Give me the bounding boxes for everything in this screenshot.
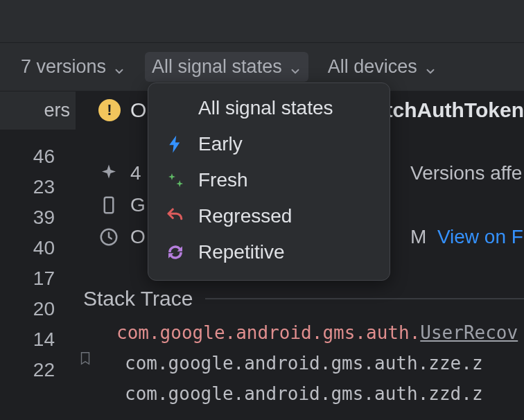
stat-time-right: M View on Fi: [410, 226, 524, 248]
list-count[interactable]: 23: [0, 172, 76, 202]
bookmark-icon[interactable]: [78, 349, 93, 365]
left-header-fragment: ers: [0, 91, 76, 130]
stack-package: com.google.android.gms.auth.: [116, 322, 420, 343]
refresh-icon: [165, 242, 186, 263]
stack-trace-label: Stack Trace: [83, 287, 193, 310]
sparkle-icon: [98, 163, 119, 184]
popup-item-fresh[interactable]: Fresh: [148, 162, 390, 198]
stat-device-value: G: [130, 194, 146, 216]
list-count[interactable]: 20: [0, 294, 76, 324]
stack-line[interactable]: com.google.android.gms.auth.zzd.z: [96, 378, 524, 409]
popup-item-repetitive[interactable]: Repetitive: [148, 234, 390, 270]
undo-icon: [165, 206, 186, 227]
stack-trace-heading: Stack Trace: [76, 287, 524, 310]
list-count[interactable]: 17: [0, 263, 76, 294]
warning-icon: !: [98, 99, 121, 121]
title-prefix: O: [130, 98, 146, 122]
chevron-down-icon: [289, 61, 302, 73]
filter-signal-states[interactable]: All signal states: [145, 52, 308, 82]
popup-item-label: Regressed: [198, 205, 292, 227]
popup-item-all[interactable]: All signal states: [148, 90, 390, 126]
device-icon: [98, 195, 119, 216]
list-count[interactable]: 22: [0, 355, 76, 385]
sparkles-icon: [165, 170, 186, 191]
filter-devices-label: All devices: [328, 56, 417, 78]
filter-versions-label: 7 versions: [21, 56, 106, 78]
title-suffix: tchAuthToken: [386, 98, 524, 122]
filter-signal-states-label: All signal states: [152, 56, 282, 78]
versions-affected-label: Versions affe: [410, 162, 522, 184]
popup-item-regressed[interactable]: Regressed: [148, 198, 390, 234]
left-column: ers 46 23 39 40 17 20 14 22: [0, 91, 76, 420]
stack-class[interactable]: UserRecov: [420, 322, 518, 343]
filter-versions[interactable]: 7 versions: [14, 52, 132, 82]
chevron-down-icon: [424, 61, 437, 73]
chevron-down-icon: [113, 61, 125, 73]
stack-line[interactable]: com.google.android.gms.auth.zze.z: [96, 348, 524, 378]
stack-trace: com.google.android.gms.auth.UserRecov co…: [96, 317, 524, 410]
popup-item-label: Early: [198, 133, 243, 155]
list-count[interactable]: 46: [0, 141, 76, 172]
filter-devices[interactable]: All devices: [321, 52, 444, 82]
popup-item-early[interactable]: Early: [148, 126, 390, 162]
signal-states-popup: All signal states Early Fresh Regressed …: [148, 82, 390, 281]
bolt-icon: [165, 134, 186, 155]
stack-line[interactable]: com.google.android.gms.auth.UserRecov: [96, 317, 524, 348]
popup-item-label: Repetitive: [198, 241, 285, 263]
stat-events-value: 4: [130, 162, 141, 184]
list-count[interactable]: 40: [0, 233, 76, 263]
divider: [205, 298, 524, 299]
popup-item-label: Fresh: [198, 169, 248, 191]
clock-icon: [98, 227, 119, 247]
list-count[interactable]: 39: [0, 202, 76, 233]
stat-time-right-text: M: [410, 226, 426, 247]
list-count[interactable]: 14: [0, 324, 76, 355]
svg-rect-0: [105, 198, 114, 213]
stat-time-value: O: [130, 226, 146, 248]
popup-item-label: All signal states: [198, 97, 333, 119]
view-on-link[interactable]: View on Fi: [437, 226, 524, 247]
toolbar-spacer: [0, 0, 524, 43]
